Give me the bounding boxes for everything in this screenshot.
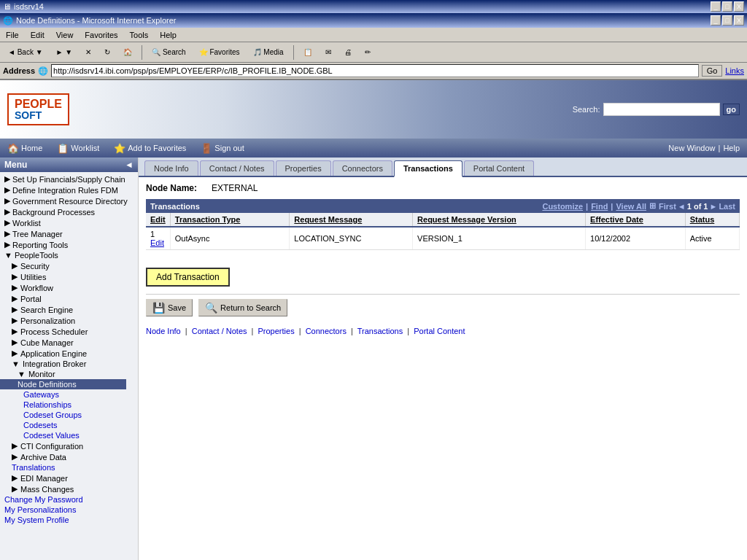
sidebar-toggle-icon[interactable]: ◄ bbox=[125, 160, 133, 170]
sidebar-item-worklist[interactable]: ▶ Worklist bbox=[0, 217, 126, 228]
my-profile-link[interactable]: My System Profile bbox=[4, 516, 69, 524]
sidebar-item-reporting-tools[interactable]: ▶ Reporting Tools bbox=[0, 239, 126, 250]
tab-properties[interactable]: Properties bbox=[276, 160, 331, 176]
sidebar-item-node-definitions[interactable]: Node Definitions bbox=[0, 379, 126, 389]
tab-contact-notes[interactable]: Contact / Notes bbox=[200, 160, 274, 176]
sidebar-item-background-proc[interactable]: ▶ Background Processes bbox=[0, 206, 126, 217]
footer-link-contact-notes[interactable]: Contact / Notes bbox=[192, 327, 247, 335]
save-btn[interactable]: 💾 Save bbox=[146, 299, 193, 316]
sidebar-item-gateways[interactable]: Gateways bbox=[0, 389, 126, 400]
change-password-link[interactable]: Change My Password bbox=[4, 495, 83, 504]
sidebar-item-process-scheduler[interactable]: ▶ Process Scheduler bbox=[0, 326, 126, 337]
ie-restore-btn[interactable]: □ bbox=[722, 15, 732, 26]
sidebar-item-peopletools[interactable]: ▼ PeopleTools bbox=[0, 250, 126, 260]
close-btn[interactable]: X bbox=[734, 1, 744, 12]
sidebar-item-cti-config[interactable]: ▶ CTI Configuration bbox=[0, 440, 126, 451]
sidebar-item-workflow[interactable]: ▶ Workflow bbox=[0, 282, 126, 293]
footer-link-node-info[interactable]: Node Info bbox=[146, 327, 181, 335]
view-all-link[interactable]: View All bbox=[616, 202, 646, 211]
nav-home[interactable]: 🏠 Home bbox=[7, 143, 42, 154]
sidebar-item-tree-manager[interactable]: ▶ Tree Manager bbox=[0, 228, 126, 239]
nav-signout[interactable]: 🚪 Sign out bbox=[201, 143, 244, 154]
sidebar-item-personalization[interactable]: ▶ Personalization bbox=[0, 315, 126, 326]
codeset-groups-link[interactable]: Codeset Groups bbox=[23, 411, 82, 419]
menu-tools[interactable]: Tools bbox=[127, 30, 152, 40]
sidebar-item-edi-manager[interactable]: ▶ EDI Manager bbox=[0, 472, 126, 483]
sidebar-item-codeset-values[interactable]: Codeset Values bbox=[0, 430, 126, 440]
translations-link[interactable]: Translations bbox=[12, 463, 55, 472]
minimize-btn[interactable]: _ bbox=[711, 1, 721, 12]
customize-link[interactable]: Customize bbox=[542, 202, 583, 211]
search-input[interactable] bbox=[603, 103, 720, 116]
sidebar-item-codeset-groups[interactable]: Codeset Groups bbox=[0, 410, 126, 420]
tab-node-info[interactable]: Node Info bbox=[144, 160, 198, 176]
ie-minimize-btn[interactable]: _ bbox=[711, 15, 721, 26]
sidebar-item-relationships[interactable]: Relationships bbox=[0, 400, 126, 410]
home-btn[interactable]: 🏠 bbox=[118, 47, 137, 58]
ie-close-btn[interactable]: X bbox=[734, 15, 744, 26]
sidebar-item-codesets[interactable]: Codesets bbox=[0, 420, 126, 430]
nav-add-favorites[interactable]: ⭐ Add to Favorites bbox=[114, 143, 186, 154]
restore-btn[interactable]: □ bbox=[722, 1, 732, 12]
back-btn[interactable]: ◄ Back ▼ bbox=[3, 47, 48, 58]
footer-link-transactions[interactable]: Transactions bbox=[357, 327, 403, 335]
gateways-link[interactable]: Gateways bbox=[23, 390, 59, 399]
sidebar-item-app-engine[interactable]: ▶ Application Engine bbox=[0, 348, 126, 359]
codeset-values-link[interactable]: Codeset Values bbox=[23, 431, 80, 440]
footer-link-portal-content[interactable]: Portal Content bbox=[414, 327, 465, 335]
first-label[interactable]: First bbox=[659, 202, 676, 211]
ie-window-controls[interactable]: _ □ X bbox=[711, 15, 744, 26]
menu-edit[interactable]: Edit bbox=[28, 30, 47, 40]
sidebar-item-integration-rules[interactable]: ▶ Define Integration Rules FDM bbox=[0, 184, 126, 195]
tab-portal-content[interactable]: Portal Content bbox=[464, 160, 534, 176]
refresh-btn[interactable]: ↻ bbox=[99, 47, 115, 58]
go-button[interactable]: Go bbox=[702, 65, 723, 77]
help-link[interactable]: Help bbox=[723, 144, 740, 152]
menu-help[interactable]: Help bbox=[157, 30, 179, 40]
menu-file[interactable]: File bbox=[3, 30, 22, 40]
sidebar-item-utilities[interactable]: ▶ Utilities bbox=[0, 271, 126, 282]
my-personalizations-link[interactable]: My Personalizations bbox=[4, 505, 76, 514]
media-btn[interactable]: 🎵 Media bbox=[248, 47, 289, 58]
search-btn[interactable]: 🔍 Search bbox=[147, 47, 190, 58]
sidebar-item-portal[interactable]: ▶ Portal bbox=[0, 293, 126, 304]
tab-transactions[interactable]: Transactions bbox=[394, 160, 462, 177]
nav-worklist[interactable]: 📋 Worklist bbox=[57, 143, 99, 154]
sidebar-item-search-engine[interactable]: ▶ Search Engine bbox=[0, 304, 126, 315]
tab-connectors[interactable]: Connectors bbox=[333, 160, 392, 176]
sidebar-item-integration-broker[interactable]: ▼ Integration Broker bbox=[0, 359, 126, 369]
sidebar-item-change-password[interactable]: Change My Password bbox=[0, 494, 126, 505]
mail-btn[interactable]: ✉ bbox=[320, 47, 336, 58]
last-label[interactable]: Last bbox=[719, 202, 735, 211]
sidebar-item-monitor[interactable]: ▼ Monitor bbox=[0, 369, 126, 379]
sidebar-item-my-personalizations[interactable]: My Personalizations bbox=[0, 505, 126, 515]
sidebar-item-setup-financials[interactable]: ▶ Set Up Financials/Supply Chain bbox=[0, 174, 126, 184]
return-to-search-btn[interactable]: 🔍 Return to Search bbox=[198, 299, 287, 316]
edit-link[interactable]: Edit bbox=[150, 238, 164, 247]
sidebar-item-mass-changes[interactable]: ▶ Mass Changes bbox=[0, 483, 126, 494]
footer-link-connectors[interactable]: Connectors bbox=[306, 327, 347, 335]
search-go-btn[interactable]: go bbox=[723, 104, 740, 115]
sidebar-item-cube-manager[interactable]: ▶ Cube Manager bbox=[0, 337, 126, 348]
footer-link-properties[interactable]: Properties bbox=[258, 327, 295, 335]
sidebar-item-translations[interactable]: Translations bbox=[0, 462, 126, 472]
add-transaction-btn[interactable]: Add Transaction bbox=[146, 268, 230, 287]
sidebar-item-my-profile[interactable]: My System Profile bbox=[0, 515, 126, 525]
find-link[interactable]: Find bbox=[591, 202, 608, 211]
prev-btn[interactable]: ◄ bbox=[678, 202, 686, 211]
address-input[interactable] bbox=[51, 64, 699, 77]
links-label[interactable]: Links bbox=[725, 66, 744, 75]
new-window-link[interactable]: New Window bbox=[668, 144, 715, 152]
menu-view[interactable]: View bbox=[53, 30, 77, 40]
sidebar-item-gov-resource[interactable]: ▶ Government Resource Directory bbox=[0, 195, 126, 206]
print-btn[interactable]: 🖨 bbox=[339, 47, 357, 58]
relationships-link[interactable]: Relationships bbox=[23, 400, 71, 409]
favorites-btn[interactable]: ⭐ Favorites bbox=[194, 47, 245, 58]
next-btn[interactable]: ► bbox=[709, 202, 717, 211]
history-btn[interactable]: 📋 bbox=[298, 47, 317, 58]
codesets-link[interactable]: Codesets bbox=[23, 421, 57, 429]
stop-btn[interactable]: ✕ bbox=[80, 47, 96, 58]
sidebar-item-archive-data[interactable]: ▶ Archive Data bbox=[0, 451, 126, 462]
taskbar-controls[interactable]: _ □ X bbox=[711, 1, 744, 12]
forward-btn[interactable]: ► ▼ bbox=[51, 47, 78, 58]
